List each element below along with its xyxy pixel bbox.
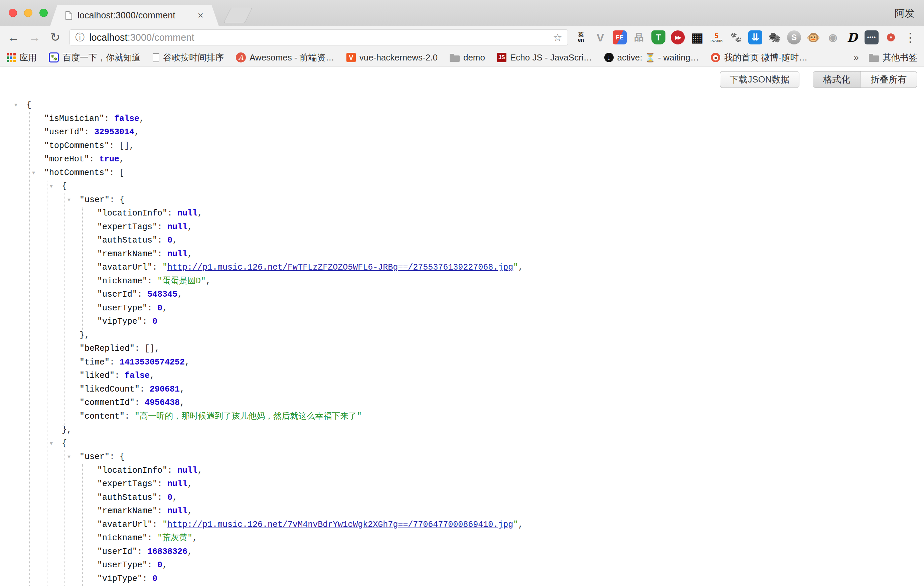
json-colon: : — [157, 236, 167, 245]
bookmarks-overflow-icon[interactable]: » — [853, 52, 859, 63]
html5-player-extension-icon[interactable]: 5PLAYER — [710, 30, 724, 45]
json-colon: : — [152, 520, 162, 530]
collapse-toggle-icon[interactable]: ▼ — [50, 437, 53, 451]
sitemap-extension-icon[interactable]: 品 — [632, 30, 646, 45]
apps-grid-icon — [7, 53, 16, 62]
dots-extension-icon[interactable]: •••• — [865, 30, 879, 45]
switchy-omega-extension-icon[interactable] — [884, 30, 898, 45]
json-colon: : — [109, 168, 119, 178]
json-colon: : — [110, 195, 120, 205]
close-window-button[interactable] — [9, 9, 17, 17]
paw-extension-icon[interactable]: 🐾 — [729, 30, 743, 45]
vimium-extension-icon[interactable]: V — [593, 30, 607, 45]
bookmark-item[interactable]: 应用 — [7, 52, 37, 63]
new-tab-button[interactable] — [223, 8, 252, 23]
forward-icon[interactable]: → — [29, 31, 41, 43]
bookmark-item[interactable]: 我的首页 微博-随时… — [711, 52, 807, 63]
json-colon: : — [140, 385, 150, 394]
reload-icon[interactable]: ↻ — [50, 31, 60, 43]
json-key: "topComments" — [44, 141, 109, 151]
json-value: "蛋蛋是圆D" — [157, 276, 206, 286]
json-line: "remarkName": null, — [0, 505, 924, 518]
json-comma: , — [198, 208, 203, 218]
page-info-icon[interactable]: ⓘ — [75, 31, 84, 44]
json-key: "content" — [79, 412, 125, 421]
d-tool-extension-icon[interactable]: D — [845, 30, 859, 45]
bookmark-star-icon[interactable]: ☆ — [553, 31, 562, 44]
json-value: 32953014 — [94, 127, 134, 137]
json-value: [] — [119, 141, 129, 151]
json-key: "avatarUrl" — [97, 262, 152, 272]
json-bracket: }, — [62, 425, 72, 435]
bookmark-label: 我的首页 微博-随时… — [724, 52, 807, 63]
s-tool-extension-icon[interactable]: S — [787, 30, 801, 45]
switchy-omega-glyph — [887, 33, 895, 41]
collapse-toggle-icon[interactable]: ▼ — [68, 194, 71, 208]
back-icon[interactable]: ← — [7, 31, 19, 43]
json-quote: " — [513, 262, 518, 272]
json-value: 0 — [157, 560, 162, 570]
json-key: "expertTags" — [97, 479, 157, 489]
json-line: ▼{ — [0, 437, 924, 451]
active-icon: ↓ — [604, 53, 614, 62]
json-value: null — [167, 249, 187, 259]
weibo-extension-icon[interactable]: ◉ — [826, 30, 840, 45]
bookmark-item[interactable]: JSEcho JS - JavaScri… — [497, 53, 592, 63]
url-host: localhost — [89, 32, 127, 43]
bookmark-item[interactable]: Vvue-hackernews-2.0 — [346, 53, 437, 63]
browser-tab[interactable]: localhost:3000/comment × — [50, 5, 219, 26]
url-path: :3000/comment — [128, 32, 195, 43]
collapse-toggle-icon[interactable]: ▼ — [68, 451, 71, 464]
bookmark-label: demo — [463, 53, 485, 63]
dots-glyph: •••• — [867, 35, 876, 40]
json-value: 0 — [152, 574, 157, 584]
video-dl-extension-icon[interactable]: ▶▶ — [671, 30, 685, 45]
json-comma: , — [150, 371, 155, 381]
bookmark-item[interactable]: demo — [450, 53, 485, 63]
collapse-toggle-icon[interactable]: ▼ — [14, 99, 17, 112]
bookmark-label: Awesomes - 前端资… — [249, 52, 334, 63]
json-comma: , — [206, 276, 211, 286]
json-line: "nickname": "蛋蛋是圆D", — [0, 275, 924, 288]
chrome-menu-icon[interactable]: ⋮ — [904, 31, 917, 44]
bookmark-label: vue-hackernews-2.0 — [360, 53, 437, 63]
json-key: "likedCount" — [79, 385, 140, 394]
collapse-toggle-icon[interactable]: ▼ — [50, 180, 53, 194]
json-url-link[interactable]: http://p1.music.126.net/FwTFLzZFZOZO5WFL… — [167, 262, 513, 272]
paw-glyph: 🐾 — [730, 33, 742, 42]
bookmark-item[interactable]: ↓active: ⏳ - waiting… — [604, 53, 699, 63]
json-line: "isMusician": false, — [0, 112, 924, 126]
minimize-window-button[interactable] — [24, 9, 32, 17]
json-line: "userId": 32953014, — [0, 125, 924, 139]
other-bookmarks-folder[interactable]: 其他书签 — [869, 52, 917, 63]
collapse-toggle-icon[interactable]: ▼ — [32, 167, 35, 180]
bookmark-item[interactable]: 🐾百度一下，你就知道 — [49, 52, 141, 63]
translate-extension-icon[interactable]: 英 en — [574, 30, 588, 45]
json-url-link[interactable]: http://p1.music.126.net/7vM4nvBdrYw1cWgk… — [167, 520, 513, 530]
fehelper-extension-icon[interactable]: FE — [613, 30, 627, 45]
json-value: "荒灰黄" — [157, 533, 192, 543]
json-comma: , — [187, 249, 192, 259]
json-value: "高一听的，那时候遇到了孩儿他妈，然后就这么幸福下来了" — [135, 412, 362, 421]
zoom-window-button[interactable] — [40, 9, 48, 17]
json-line: "userId": 548345, — [0, 288, 924, 302]
tab-close-icon[interactable]: × — [198, 10, 203, 20]
bookmark-item[interactable]: AAwesomes - 前端资… — [236, 52, 334, 63]
tampermonkey-extension-icon[interactable]: 🐵 — [807, 30, 820, 45]
proxy-mask-extension-icon[interactable]: 🎭 — [768, 30, 782, 45]
bookmark-item[interactable]: 谷歌按时间排序 — [153, 52, 224, 63]
format-button[interactable]: 格式化 — [813, 71, 860, 87]
tab-title: localhost:3000/comment — [78, 10, 175, 21]
address-bar[interactable]: ⓘ localhost:3000/comment ☆ — [69, 30, 568, 45]
view-mode-segmented: 格式化 折叠所有 — [813, 71, 917, 88]
json-colon: : — [147, 533, 157, 543]
json-value: null — [167, 479, 187, 489]
qrcode-extension-icon[interactable]: ▦ — [690, 30, 704, 45]
collapse-all-button[interactable]: 折叠所有 — [860, 71, 917, 87]
json-comma: , — [180, 385, 185, 394]
downloader-extension-icon[interactable]: ⇊ — [748, 30, 762, 45]
bookmarks-list: 应用🐾百度一下，你就知道谷歌按时间排序AAwesomes - 前端资…Vvue-… — [7, 52, 820, 63]
json-line: ▼{ — [0, 99, 924, 112]
download-json-button[interactable]: 下载JSON数据 — [720, 71, 799, 88]
tampermonkey-beta-extension-icon[interactable]: T — [652, 30, 665, 45]
